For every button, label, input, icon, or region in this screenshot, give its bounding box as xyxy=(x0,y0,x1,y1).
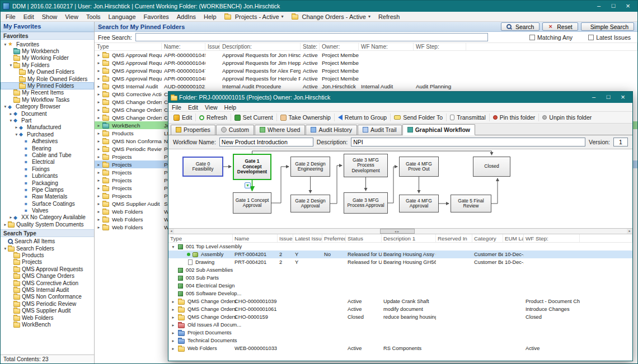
workflow-box[interactable]: Gate 3 MFG Process Approval xyxy=(344,192,388,214)
row-expander-icon[interactable] xyxy=(96,186,101,191)
row-expander-icon[interactable] xyxy=(171,244,176,249)
tree-item[interactable]: Pipe Clamps xyxy=(1,186,94,193)
row-expander-icon[interactable] xyxy=(171,323,176,328)
workflow-box[interactable]: Gate 1 Concept Development xyxy=(233,154,271,180)
scroll-left-icon[interactable]: ◂ xyxy=(168,229,174,234)
checkbox-box[interactable] xyxy=(588,35,594,40)
column-header[interactable]: Status xyxy=(346,234,382,242)
row-expander-icon[interactable] xyxy=(171,338,176,343)
workflow-transition-icon[interactable] xyxy=(245,182,251,188)
tree-item[interactable]: Search All Items xyxy=(1,238,94,245)
version-input[interactable] xyxy=(613,138,628,146)
column-header[interactable]: WF Step: xyxy=(524,234,580,242)
tab[interactable]: Graphical Workflow xyxy=(402,124,475,135)
tree-item[interactable]: My Workflow Tasks xyxy=(1,96,94,103)
column-header[interactable]: Issue xyxy=(278,234,293,242)
toolbar-button[interactable]: Set Current xyxy=(231,114,276,121)
tab[interactable]: Properties xyxy=(171,125,215,135)
tree-expander-icon[interactable] xyxy=(14,132,19,137)
row-expander-icon[interactable] xyxy=(96,209,101,214)
tab[interactable]: Where Used xyxy=(255,125,305,135)
tree-item[interactable]: QMS Periodic Review xyxy=(1,300,94,307)
tree-item[interactable]: Surface Coatings xyxy=(1,200,94,207)
grid-row[interactable]: QMS Change Orders CHO-0000001039 Active … xyxy=(168,297,632,305)
header-button[interactable]: Search xyxy=(501,22,540,31)
column-header[interactable]: Reserved In xyxy=(436,234,472,242)
row-expander-icon[interactable] xyxy=(96,107,101,112)
menu-item[interactable]: AddIns xyxy=(173,12,200,21)
workflow-box[interactable]: Gate 2 Design Approval xyxy=(290,195,330,212)
maximize-button[interactable] xyxy=(606,2,621,11)
row-expander-icon[interactable] xyxy=(96,139,101,144)
toolbar-button[interactable]: Unpin this folder xyxy=(538,114,595,121)
workflow-box[interactable]: Gate 3 MFG Process Development xyxy=(344,154,388,177)
row-expander-icon[interactable] xyxy=(96,178,101,183)
toolbar-button[interactable]: Pin this folder xyxy=(489,114,539,121)
menu-item[interactable]: Show xyxy=(38,12,62,21)
toolbar-button[interactable]: Take Ownership xyxy=(276,114,334,121)
tree-expander-icon[interactable] xyxy=(8,215,13,220)
tree-item[interactable]: Projects xyxy=(1,259,94,266)
tab[interactable]: Audit Trail xyxy=(358,125,402,135)
dialog-minimize-button[interactable] xyxy=(587,93,601,102)
description-input[interactable] xyxy=(351,138,585,146)
search-result-row[interactable]: QMS Approval Requests APR-0000001048 App… xyxy=(95,74,637,82)
header-button[interactable]: Simple Search xyxy=(581,22,634,31)
tree-item[interactable]: Part xyxy=(1,117,94,124)
checkbox[interactable]: Matching Any xyxy=(529,34,573,41)
row-expander-icon[interactable] xyxy=(171,299,176,304)
dialog-close-button[interactable] xyxy=(616,93,630,102)
grid-row[interactable]: Old Issues All Docum... xyxy=(168,321,632,329)
search-result-row[interactable]: QMS Approval Requests APR-0000001046 App… xyxy=(95,59,637,67)
tree-item[interactable]: Bearing xyxy=(1,145,94,152)
menu-item-refresh[interactable]: Refresh xyxy=(374,12,404,21)
tree-item[interactable]: QMS Approval Requests xyxy=(1,266,94,272)
checkbox-box[interactable] xyxy=(529,35,535,40)
row-expander-icon[interactable] xyxy=(96,76,101,81)
toolbar-button[interactable]: Send Folder To xyxy=(390,114,446,121)
tree-item[interactable]: Cable and Tube xyxy=(1,152,94,158)
grid-row[interactable]: 004 Electrical Design xyxy=(168,282,632,290)
tree-item[interactable]: My Folders xyxy=(1,62,94,68)
tree-item[interactable]: Valves xyxy=(1,207,94,214)
tree-item[interactable]: XX No Category Available xyxy=(1,214,94,221)
grid-row[interactable]: Web Folders WEB-0000001033 Active RS Com… xyxy=(168,344,632,352)
grid-row[interactable]: QMS Change Orders CHO-0000159 Closed red… xyxy=(168,313,632,321)
tree-item[interactable]: My Pinned Folders xyxy=(1,82,94,89)
row-expander-icon[interactable] xyxy=(96,60,101,65)
tree-item[interactable]: QMS Internal Audit xyxy=(1,286,94,293)
workflow-name-input[interactable] xyxy=(219,138,313,146)
column-header[interactable]: Latest Issue xyxy=(293,234,322,242)
tree-item[interactable]: My Role Owned Folders xyxy=(1,75,94,82)
tree-item[interactable]: QMS Corrective Action xyxy=(1,280,94,286)
tree-expander-icon[interactable] xyxy=(3,222,8,227)
tree-expander-icon[interactable] xyxy=(14,125,19,130)
tree-expander-icon[interactable] xyxy=(3,42,8,47)
dialog-menu-item[interactable]: File xyxy=(168,103,185,111)
grid-row[interactable]: 003 Sub Parts xyxy=(168,274,632,282)
menu-item[interactable]: Favorites xyxy=(140,12,173,21)
tree-item[interactable]: Manufactured xyxy=(1,124,94,131)
tree-expander-icon[interactable] xyxy=(8,111,13,116)
workflow-box[interactable]: Gate 5 Final Review xyxy=(451,195,491,212)
grid-row[interactable]: Drawing PRT-0004201 2 Y Released for Use… xyxy=(168,258,632,266)
workflow-box[interactable]: Gate 2 Design Engineering xyxy=(290,157,330,177)
row-expander-icon[interactable] xyxy=(96,170,101,175)
free-search-input[interactable] xyxy=(135,33,488,41)
tree-item[interactable]: Category Browser xyxy=(1,103,94,110)
row-expander-icon[interactable] xyxy=(96,84,101,89)
row-expander-icon[interactable] xyxy=(96,53,101,58)
tree-expander-icon[interactable] xyxy=(3,104,8,109)
tree-item[interactable]: Raw Materials xyxy=(1,193,94,200)
column-header[interactable]: Issue xyxy=(205,43,220,50)
tree-item[interactable]: Fixings xyxy=(1,166,94,172)
row-expander-icon[interactable] xyxy=(96,100,101,105)
row-expander-icon[interactable] xyxy=(171,330,176,335)
tree-item[interactable]: Web Folders xyxy=(1,314,94,321)
grid-row[interactable]: Project Documents xyxy=(168,329,632,337)
tree-item[interactable]: Lubricants xyxy=(1,172,94,179)
column-header[interactable]: Owner: xyxy=(320,43,359,50)
row-expander-icon[interactable] xyxy=(96,162,101,167)
tree-item[interactable]: Adhesives xyxy=(1,138,94,144)
tree-item[interactable]: Document xyxy=(1,110,94,117)
